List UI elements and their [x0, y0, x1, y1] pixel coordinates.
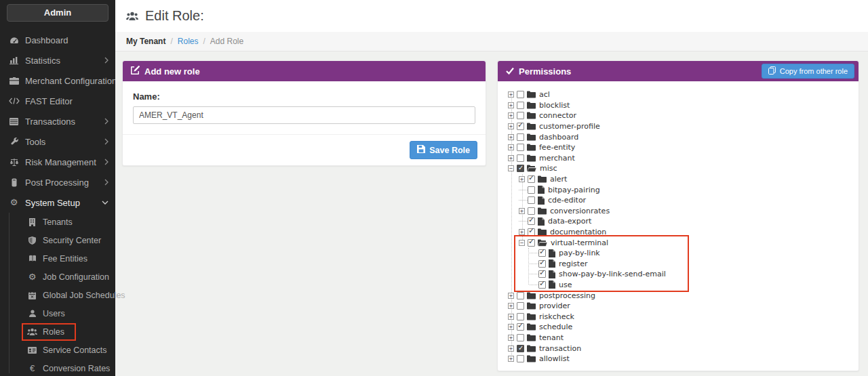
- tree-node-label[interactable]: documentation: [550, 228, 608, 236]
- save-role-button[interactable]: Save Role: [410, 141, 477, 159]
- expand-plus-icon[interactable]: +: [508, 112, 514, 119]
- tree-node-label[interactable]: postprocessing: [539, 291, 597, 300]
- tree-node-label[interactable]: allowlist: [539, 354, 571, 363]
- tree-node-label[interactable]: dashboard: [539, 133, 580, 142]
- admin-title-button[interactable]: Admin: [7, 4, 108, 22]
- sidebar-item-fee-entities[interactable]: Fee Entities: [0, 249, 115, 268]
- expand-plus-icon[interactable]: +: [508, 134, 514, 140]
- checkbox-unchecked[interactable]: [528, 207, 535, 215]
- checkbox-unchecked[interactable]: [517, 334, 524, 341]
- expand-plus-icon[interactable]: +: [519, 176, 525, 182]
- folder-icon: [527, 302, 536, 310]
- expand-plus-icon[interactable]: +: [519, 208, 525, 214]
- checkbox-checked[interactable]: ✓: [538, 249, 546, 257]
- collapse-minus-icon[interactable]: −: [519, 240, 525, 246]
- tree-node-label[interactable]: register: [559, 259, 589, 268]
- sidebar-item-roles[interactable]: Roles: [0, 322, 115, 341]
- expand-plus-icon[interactable]: +: [508, 293, 514, 299]
- checkbox-checked[interactable]: ✓: [538, 270, 546, 278]
- expand-plus-icon[interactable]: +: [519, 229, 525, 235]
- expand-plus-icon[interactable]: +: [508, 314, 514, 320]
- role-name-input[interactable]: [133, 106, 475, 124]
- tree-node-label[interactable]: conversionrates: [550, 207, 611, 215]
- checkbox-checked[interactable]: ✓: [528, 239, 535, 247]
- checkbox-unchecked[interactable]: [517, 91, 524, 98]
- sidebar-item-security-center[interactable]: Security Center: [0, 231, 115, 249]
- checkbox-unchecked[interactable]: [517, 102, 524, 109]
- tree-node-label[interactable]: fee-entity: [539, 143, 576, 152]
- tree-node-label[interactable]: alert: [550, 175, 568, 184]
- checkbox-unchecked[interactable]: [517, 313, 524, 320]
- tree-node-label[interactable]: misc: [540, 164, 559, 173]
- sidebar-item-label: Risk Management: [25, 157, 96, 167]
- checkbox-checked[interactable]: ✓: [538, 260, 546, 268]
- checkbox-unchecked[interactable]: [517, 144, 524, 151]
- sidebar-item-merchant-configuration[interactable]: Merchant Configuration: [0, 70, 115, 91]
- breadcrumb-roles-link[interactable]: Roles: [178, 37, 199, 46]
- sidebar-item-job-configuration[interactable]: ⚙Job Configuration: [0, 268, 115, 286]
- tree-node-label[interactable]: show-pay-by-link-send-email: [559, 270, 667, 278]
- sidebar-item-post-processing[interactable]: Post Processing: [0, 172, 115, 192]
- checkbox-unchecked[interactable]: [517, 133, 524, 141]
- checkbox-checked[interactable]: ✓: [538, 281, 546, 289]
- expand-plus-icon[interactable]: +: [508, 324, 514, 330]
- expand-plus-icon[interactable]: +: [508, 91, 514, 98]
- tree-node-postprocessing: +postprocessing: [508, 290, 597, 301]
- checkbox-unchecked[interactable]: [528, 196, 535, 204]
- checkbox-checked[interactable]: ✓: [517, 323, 524, 331]
- tree-node-label[interactable]: merchant: [539, 154, 576, 163]
- expand-plus-icon[interactable]: +: [508, 144, 514, 150]
- checkbox-checked[interactable]: ✓: [528, 228, 535, 236]
- tree-node-label[interactable]: acl: [539, 90, 551, 99]
- sidebar-item-tenants[interactable]: Tenants: [0, 213, 115, 231]
- expand-plus-icon[interactable]: +: [508, 123, 514, 129]
- sidebar-item-conversion-rates[interactable]: €Conversion Rates: [0, 359, 115, 376]
- file-icon: [538, 186, 545, 194]
- tree-node-label[interactable]: use: [559, 280, 573, 289]
- sidebar-item-service-contacts[interactable]: Service Contacts: [0, 341, 115, 359]
- sidebar-item-transactions[interactable]: Transactions: [0, 111, 115, 131]
- tree-node-label[interactable]: bitpay-pairing: [548, 186, 601, 194]
- sidebar-item-fast-editor[interactable]: FAST Editor: [0, 91, 115, 111]
- expand-plus-icon[interactable]: +: [508, 335, 514, 341]
- tree-node-label[interactable]: virtual-terminal: [551, 238, 610, 247]
- checkbox-unchecked[interactable]: [517, 355, 524, 362]
- sidebar-item-system-setup[interactable]: ⚙System Setup: [0, 192, 115, 213]
- expand-plus-icon[interactable]: +: [508, 102, 514, 108]
- checkbox-checked[interactable]: ✓: [517, 123, 524, 130]
- tree-node-label[interactable]: tenant: [539, 333, 565, 342]
- tree-node-label[interactable]: customer-profile: [539, 122, 601, 131]
- tree-node-label[interactable]: blocklist: [539, 101, 571, 110]
- checkbox-unchecked[interactable]: [517, 154, 524, 162]
- sidebar-item-tools[interactable]: Tools: [0, 131, 115, 152]
- copy-from-other-role-button[interactable]: Copy from other role: [762, 64, 854, 79]
- tree-node-label[interactable]: data-export: [548, 217, 593, 226]
- sidebar-item-users[interactable]: Users: [0, 304, 115, 322]
- tree-node-label[interactable]: connector: [539, 111, 578, 120]
- tree-node-label[interactable]: cde-editor: [548, 196, 587, 205]
- folder-icon: [527, 91, 536, 98]
- checkbox-checked[interactable]: ✓: [528, 175, 535, 183]
- tree-node-label[interactable]: schedule: [539, 322, 574, 331]
- collapse-minus-icon[interactable]: −: [508, 165, 514, 171]
- checkbox-checked[interactable]: ✓: [528, 217, 535, 225]
- tree-node-label[interactable]: transaction: [539, 344, 583, 353]
- expand-plus-icon[interactable]: +: [508, 155, 514, 161]
- checkbox-unchecked[interactable]: [517, 292, 524, 299]
- tree-node-label[interactable]: provider: [539, 301, 572, 310]
- checkbox-unchecked[interactable]: [517, 112, 524, 119]
- sidebar-item-global-job-schedules[interactable]: Global Job Schedules: [0, 286, 115, 304]
- sidebar-item-risk-management[interactable]: Risk Management: [0, 152, 115, 172]
- expand-plus-icon[interactable]: +: [508, 346, 514, 352]
- sidebar-item-statistics[interactable]: Statistics: [0, 50, 115, 70]
- tree-node-label[interactable]: pay-by-link: [559, 249, 601, 257]
- checkbox-unchecked[interactable]: [517, 302, 524, 310]
- expand-plus-icon[interactable]: +: [508, 356, 514, 362]
- expand-plus-icon[interactable]: +: [508, 303, 514, 309]
- checkbox-filled[interactable]: ✓: [517, 165, 524, 172]
- tree-node-label[interactable]: riskcheck: [539, 312, 576, 321]
- breadcrumb-my-tenant[interactable]: My Tenant: [126, 37, 165, 46]
- checkbox-filled[interactable]: ✓: [517, 345, 524, 352]
- checkbox-unchecked[interactable]: [528, 186, 535, 194]
- sidebar-item-dashboard[interactable]: Dashboard: [0, 30, 115, 50]
